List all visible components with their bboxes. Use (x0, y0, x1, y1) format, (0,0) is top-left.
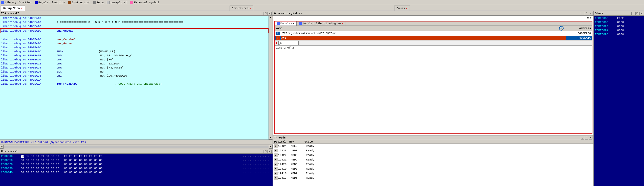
ida-maximize[interactable]: □ (264, 12, 268, 15)
ida-close[interactable]: ✕ (268, 12, 272, 15)
module-tab-close[interactable]: ✕ (342, 22, 343, 25)
threads-header: Decimal Hex State (273, 140, 593, 144)
modules-search-icon[interactable]: 🔍 (559, 26, 564, 31)
ida-hscrollbar[interactable]: ◄ ► (0, 145, 273, 149)
hex-addr-3: 2C00030 (1, 166, 19, 170)
hex-minimize[interactable]: _ (260, 150, 263, 153)
tab-structures[interactable]: Structures ✕ (230, 6, 254, 11)
module-row-1[interactable]: D _Z20registerNativeMethodP7_JNIEnv F403… (275, 31, 592, 36)
reg-close[interactable]: ✕ (589, 12, 592, 15)
stack-content[interactable]: FFBED088 FFBE FFBED08C 0000 FFBED090 000… (594, 16, 644, 186)
tab-enums[interactable]: Enums ✕ (394, 6, 410, 11)
thread-row-1[interactable]: ▶ 19423 4BDF Ready (273, 148, 593, 153)
legend-external-label: External symbol (134, 1, 159, 4)
modules-tab-label: Modules (280, 22, 292, 25)
code-line-ldr3: libantidebug.so:F403EA24 LDR R3, [R3,#0x… (0, 66, 269, 70)
legend-library-function: Library function (1, 1, 32, 4)
ida-code-area[interactable]: libantidebug.so:F403EA1C libantidebug.so… (0, 16, 269, 140)
thread-row-6[interactable]: ▶ 19418 4BDA Ready (273, 171, 593, 176)
hex-row-2: 2C00020 00 00 00 00 00 00 00 00 00 00 00… (1, 162, 272, 166)
module-row-1-name: _Z20registerNativeMethodP7_JNIEnv (281, 31, 566, 35)
threads-close[interactable]: ✕ (589, 136, 592, 140)
hex-bytes-3: 00 00 00 00 00 00 00 00 00 00 00 00 00 0… (21, 166, 239, 170)
hex-close[interactable]: ✕ (268, 150, 272, 153)
thread-icon-7: ▶ (274, 176, 278, 180)
code-line-3: libantidebug.so:F403EA1C (0, 24, 269, 28)
tab-structures-close[interactable]: ✕ (250, 7, 251, 10)
ida-title: IDA View-PC (1, 12, 19, 15)
hex-row-1: 2C00010 00 00 00 00 00 00 00 00 00 00 00… (1, 158, 272, 162)
stack-addr-3: FFBED094 (595, 28, 615, 32)
stack-row-1: FFBED08C 0000 (595, 20, 643, 24)
hex-addr-1: 2C00010 (1, 158, 19, 162)
thread-dec-1: 19423 (278, 149, 291, 153)
code-instr-ldr3: LDR (57, 66, 82, 70)
right-section: General registers _ □ ✕ N 0 (273, 11, 593, 186)
thread-row-2[interactable]: ▶ 19422 4BDE Ready (273, 153, 593, 157)
thread-row-3[interactable]: ▶ 19421 4BDD Ready (273, 157, 593, 162)
hex-titlebar: Hex View-1 _ □ ✕ (0, 149, 273, 154)
stack-close[interactable]: ✕ (639, 12, 643, 15)
thread-icon-1: ▶ (274, 149, 278, 152)
hscroll-left[interactable]: ◄ (0, 145, 4, 149)
threads-maximize[interactable]: □ (585, 136, 588, 140)
thread-row-5[interactable]: ▶ 19419 4BDB Ready (273, 167, 593, 171)
thread-row-0[interactable]: ▶ 19424 4BE0 Ready (273, 144, 593, 148)
n-register-row: N 0 (273, 16, 593, 20)
modules-tab-active[interactable]: Modules ✕ (275, 21, 297, 26)
hex-row-4: 2C00040 00 00 00 00 00 00 00 00 00 00 00… (1, 170, 272, 174)
hex-title: Hex View-1 (1, 150, 18, 153)
thread-state-6: Ready (306, 171, 314, 175)
modules-search-input[interactable] (278, 41, 299, 45)
line-count-text: Line 2 of 2 (276, 46, 294, 49)
hscroll-track[interactable] (4, 146, 269, 148)
code-instr-ldr2: LDR (57, 62, 82, 66)
registers-title: General registers (274, 12, 302, 15)
reg-minimize[interactable]: _ (581, 12, 584, 15)
thread-hex-7: 4BD5 (291, 176, 306, 180)
ida-minimize[interactable]: _ (260, 12, 263, 15)
thread-dec-6: 19418 (278, 171, 291, 175)
hex-ascii-0: ................ (241, 154, 272, 158)
hex-controls: _ □ ✕ (260, 150, 272, 153)
registers-panel: General registers _ □ ✕ N 0 (273, 11, 593, 135)
scrollbar-track[interactable] (269, 19, 273, 136)
tab-debug-close[interactable]: ✕ (21, 7, 23, 10)
modules-tabbar: Modules ✕ Module: libantidebug.so ✕ (275, 21, 592, 26)
scrollbar-up[interactable]: ▲ (269, 16, 272, 19)
legend-instruction-icon (68, 1, 71, 4)
legend-library-label: Library function (5, 1, 32, 4)
scrollbar-down[interactable]: ▼ (269, 136, 272, 140)
thread-icon-3: ▶ (274, 158, 278, 161)
hex-ascii-1: ................ (241, 158, 272, 162)
code-op-ldr3: R3, [R3,#0x18] (82, 66, 124, 70)
module-row-2[interactable]: D JNI F403EA1C (275, 36, 592, 40)
reg-maximize[interactable]: □ (585, 12, 588, 15)
stack-minimize[interactable]: _ (631, 12, 635, 15)
code-instr-blx: BLX (57, 70, 82, 74)
thread-hex-0: 4BE0 (291, 144, 306, 148)
thread-row-7[interactable]: ▶ 19413 4BD5 Ready (273, 176, 593, 180)
thread-hex-1: 4BDF (291, 149, 306, 153)
thread-icon-4: ▶ (274, 162, 278, 166)
legend-data-label: Data (97, 1, 104, 4)
legend-regular-label: Regular function (38, 1, 65, 4)
hex-content[interactable]: 2C00000 06 05 00 00 01 00 00 00 FF FF FF… (0, 154, 273, 186)
thread-row-4[interactable]: ▶ 19420 4BDC Ready (273, 162, 593, 167)
ida-scrollbar[interactable]: ▲ ▼ (269, 16, 273, 140)
modules-rows: D _Z20registerNativeMethodP7_JNIEnv F403… (275, 31, 592, 40)
threads-panel: Threads _ □ ✕ Decimal Hex State (273, 135, 593, 186)
thread-hex-2: 4BDE (291, 153, 306, 157)
stack-maximize[interactable]: □ (635, 12, 639, 15)
legend-regular-icon (35, 1, 38, 4)
hscroll-right[interactable]: ► (269, 145, 273, 149)
hex-maximize[interactable]: □ (264, 150, 268, 153)
threads-title: Threads (274, 136, 286, 139)
stack-row-3: FFBED094 0000 (595, 28, 643, 32)
ida-inner: libantidebug.so:F403EA1C libantidebug.so… (0, 16, 273, 140)
tab-debug-view[interactable]: Debug View ✕ (1, 6, 25, 11)
tab-enums-close[interactable]: ✕ (406, 7, 408, 10)
modules-tab-module[interactable]: Module: libantidebug.so ✕ (297, 21, 345, 26)
stack-val-3: 0000 (617, 28, 624, 32)
threads-minimize[interactable]: _ (581, 136, 584, 140)
